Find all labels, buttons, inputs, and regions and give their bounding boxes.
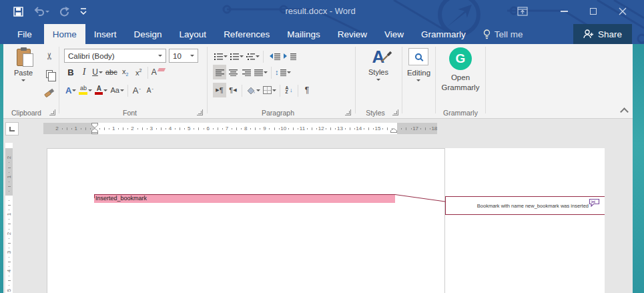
font-color-button[interactable]: A bbox=[93, 83, 109, 97]
multilevel-list-button[interactable] bbox=[245, 49, 261, 63]
highlighted-bookmark-text[interactable]: Inserted_bookmark bbox=[94, 194, 395, 203]
close-icon[interactable] bbox=[608, 2, 637, 21]
ruler-tick bbox=[166, 128, 166, 129]
ruler-tick bbox=[9, 172, 10, 173]
ruler-tick bbox=[236, 127, 237, 130]
ruler-tick bbox=[9, 182, 10, 182]
font-dialog-launcher-icon[interactable] bbox=[197, 109, 203, 115]
increase-indent-button[interactable] bbox=[282, 49, 298, 63]
ruler-tick bbox=[8, 243, 11, 244]
line-spacing-button[interactable]: ↕ bbox=[274, 65, 292, 79]
minimize-icon[interactable] bbox=[549, 2, 579, 21]
bold-button[interactable]: B bbox=[64, 65, 77, 79]
superscript-button[interactable]: x2 bbox=[132, 65, 145, 79]
maximize-icon[interactable] bbox=[579, 2, 608, 21]
clipboard-dialog-launcher-icon[interactable] bbox=[49, 109, 55, 115]
ruler-tick bbox=[288, 128, 289, 129]
customize-quick-access-toolbar-icon[interactable] bbox=[80, 7, 87, 15]
align-left-button[interactable] bbox=[213, 65, 226, 79]
ruler-tick bbox=[81, 128, 81, 129]
comment-bubble-icon[interactable] bbox=[589, 198, 600, 210]
numbering-button[interactable] bbox=[229, 49, 245, 63]
justify-button[interactable] bbox=[253, 65, 269, 79]
horizontal-ruler[interactable]: 211234567891011121314151718 bbox=[43, 123, 437, 134]
italic-button[interactable]: I bbox=[77, 65, 91, 79]
right-to-left-button[interactable]: ¶◀ bbox=[226, 83, 240, 97]
shrink-font-button[interactable]: Aˇ bbox=[143, 83, 157, 97]
shading-button[interactable] bbox=[244, 83, 262, 97]
ruler-tick bbox=[222, 128, 223, 129]
open-grammarly-label-line1: Open bbox=[442, 73, 480, 83]
tell-me-button[interactable]: Tell me bbox=[474, 24, 532, 44]
align-right-button[interactable] bbox=[240, 65, 253, 79]
comment-balloon[interactable]: Bookmark with name new_bookmark was inse… bbox=[445, 196, 605, 215]
change-case-button[interactable]: Aa bbox=[109, 83, 125, 97]
show-hide-marks-button[interactable]: ¶ bbox=[300, 83, 314, 97]
tab-stop-selector[interactable] bbox=[5, 122, 19, 135]
styles-button[interactable]: A Styles bbox=[360, 47, 397, 111]
text-effects-button[interactable]: A bbox=[64, 83, 77, 97]
underline-button[interactable]: U bbox=[91, 65, 104, 79]
ruler-tick bbox=[293, 127, 294, 130]
redo-icon[interactable] bbox=[59, 7, 70, 17]
undo-icon[interactable] bbox=[33, 7, 49, 16]
tab-home[interactable]: Home bbox=[44, 24, 85, 44]
font-name-combobox[interactable]: Calibri (Body) bbox=[64, 49, 166, 63]
paste-label: Paste bbox=[7, 69, 39, 77]
vertical-ruler[interactable]: 2112345 bbox=[5, 143, 13, 293]
ruler-number: 2 bbox=[6, 154, 13, 162]
save-icon[interactable] bbox=[13, 7, 23, 17]
open-grammarly-button[interactable]: G Open Grammarly bbox=[442, 47, 480, 93]
tab-layout[interactable]: Layout bbox=[171, 24, 216, 44]
share-button[interactable]: Share bbox=[573, 24, 632, 44]
ruler-number: 4 bbox=[6, 268, 13, 275]
tab-mailings[interactable]: Mailings bbox=[278, 24, 329, 44]
styles-dialog-launcher-icon[interactable] bbox=[392, 109, 398, 115]
text-highlight-color-button[interactable]: ab bbox=[77, 83, 93, 97]
left-tab-stop-icon bbox=[9, 127, 15, 131]
tab-file[interactable]: File bbox=[5, 24, 44, 44]
bullets-button[interactable] bbox=[213, 49, 229, 63]
ruler-tick bbox=[118, 128, 119, 129]
tab-view[interactable]: View bbox=[376, 24, 412, 44]
tell-me-label: Tell me bbox=[495, 29, 523, 39]
font-size-combobox[interactable]: 10 bbox=[169, 49, 198, 63]
tab-insert[interactable]: Insert bbox=[85, 24, 125, 44]
paste-button[interactable]: Paste bbox=[7, 47, 39, 113]
strikethrough-button[interactable]: abc bbox=[104, 65, 119, 79]
decrease-indent-button[interactable] bbox=[266, 49, 282, 63]
document-page[interactable] bbox=[47, 148, 445, 293]
subscript-button[interactable]: x2 bbox=[119, 65, 132, 79]
ruler-tick bbox=[109, 128, 109, 129]
grow-font-button[interactable]: Aˆ bbox=[130, 83, 143, 97]
ruler-tick bbox=[368, 127, 369, 130]
eraser-icon bbox=[157, 68, 166, 71]
format-painter-button[interactable] bbox=[41, 84, 57, 100]
paragraph-dialog-launcher-icon[interactable] bbox=[345, 109, 351, 115]
numbered-list-icon bbox=[230, 53, 239, 60]
ruler-tick bbox=[137, 128, 138, 129]
left-to-right-button[interactable]: ▶¶ bbox=[213, 83, 226, 97]
tab-references[interactable]: References bbox=[215, 24, 278, 44]
ribbon-display-options-icon[interactable] bbox=[508, 2, 537, 21]
tab-design[interactable]: Design bbox=[125, 24, 171, 44]
borders-button[interactable] bbox=[262, 83, 278, 97]
ruler-number: 1 bbox=[74, 123, 77, 134]
ruler-tick bbox=[406, 127, 406, 130]
left-indent-marker[interactable] bbox=[91, 132, 98, 134]
group-label-grammarly: Grammarly bbox=[436, 109, 485, 117]
ruler-tick bbox=[9, 210, 10, 210]
ruler-number: 12 bbox=[318, 123, 324, 134]
copy-button[interactable] bbox=[41, 66, 57, 82]
clear-formatting-button[interactable]: A bbox=[150, 65, 166, 79]
editing-button[interactable]: Editing bbox=[407, 48, 430, 85]
ruler-tick bbox=[123, 127, 123, 130]
sort-button[interactable]: AZ↓ bbox=[282, 83, 296, 97]
cut-button[interactable]: ✂ bbox=[41, 48, 57, 64]
tab-grammarly[interactable]: Grammarly bbox=[412, 24, 474, 44]
align-center-button[interactable] bbox=[226, 65, 240, 79]
ruler-number: 2 bbox=[55, 123, 58, 134]
ruler-tick bbox=[430, 128, 430, 129]
collapse-ribbon-icon[interactable] bbox=[621, 107, 627, 113]
tab-review[interactable]: Review bbox=[329, 24, 376, 44]
